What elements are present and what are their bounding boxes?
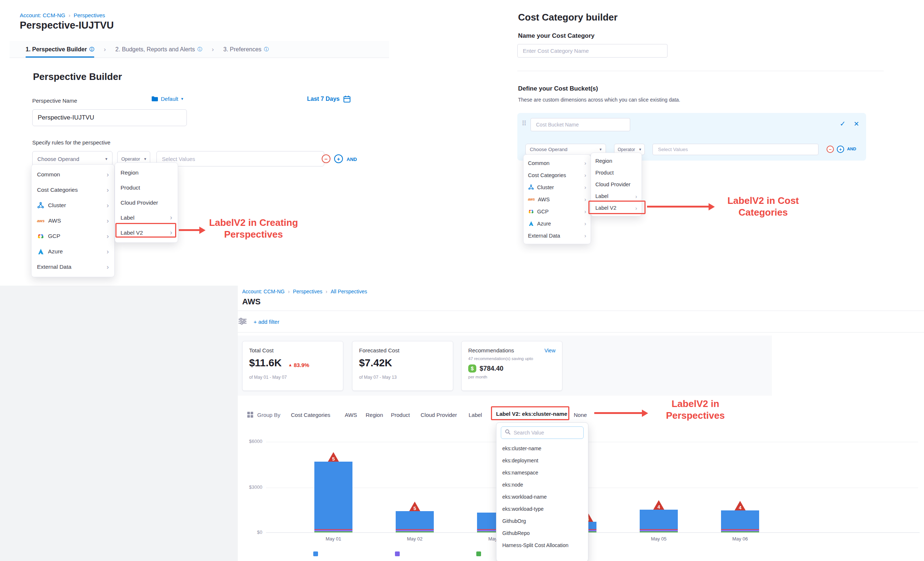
menu-item-gcp[interactable]: GCP› [524, 205, 591, 217]
groupby-cost-categories[interactable]: Cost Categories [291, 412, 330, 418]
remove-bucket-rule-button[interactable]: − [826, 146, 834, 153]
groupby-product[interactable]: Product [391, 412, 410, 418]
submenu-item-label[interactable]: Label› [591, 190, 642, 202]
tab-budgets-reports-alerts[interactable]: 2. Budgets, Reports and Alerts ⓘ [116, 41, 202, 57]
submenu-item-product[interactable]: Product [591, 167, 642, 179]
tab-label: 3. Preferences [224, 46, 262, 53]
money-icon: $ [468, 364, 476, 373]
menu-item-cost-categories[interactable]: Cost Categories› [524, 169, 591, 181]
chart-bar-may-06[interactable] [721, 510, 759, 532]
card-period: of May 07 - May 13 [359, 375, 446, 380]
tab-perspective-builder[interactable]: 1. Perspective Builder ⓘ [26, 41, 94, 57]
legend-swatch [313, 552, 318, 556]
add-filter-button[interactable]: + add filter [254, 319, 279, 325]
submenu-item-product[interactable]: Product [115, 180, 178, 195]
annotation-text-cost-categories: LabelV2 in Cost Categories [717, 195, 809, 218]
dropdown-item-eks-cluster-name[interactable]: eks:cluster-name [496, 442, 588, 455]
groupby-selected-label-v2[interactable]: Label V2: eks:cluster-name [496, 411, 567, 417]
add-bucket-rule-button[interactable]: + [837, 146, 844, 153]
submenu-item-cloud-provider[interactable]: Cloud Provider [591, 179, 642, 190]
menu-item-common[interactable]: Common› [32, 167, 114, 182]
menu-item-aws[interactable]: aws AWS› [524, 193, 591, 205]
dropdown-item-harness-split-cost-allocation[interactable]: Harness-Split Cost Allocation [496, 539, 588, 552]
dropdown-item-eks-namespace[interactable]: eks:namespace [496, 467, 588, 479]
menu-item-gcp[interactable]: GCP› [32, 229, 114, 244]
groupby-aws[interactable]: AWS [345, 412, 357, 418]
breadcrumb-perspectives-link[interactable]: Perspectives [293, 289, 322, 295]
dropdown-item-githubrepo[interactable]: GithubRepo [496, 527, 588, 539]
confirm-bucket-icon[interactable]: ✓ [840, 120, 846, 128]
menu-item-external-data[interactable]: External Data› [524, 230, 591, 242]
anomaly-marker[interactable]: 5 [328, 452, 339, 462]
breadcrumb-perspectives-link[interactable]: Perspectives [74, 12, 105, 18]
view-recommendations-link[interactable]: View [544, 347, 555, 353]
tab-preferences[interactable]: 3. Preferences ⓘ [224, 41, 269, 57]
breadcrumb-all-perspectives-link[interactable]: All Perspectives [330, 289, 367, 295]
menu-item-aws[interactable]: aws AWS› [32, 213, 114, 229]
chevron-right-icon: › [106, 202, 109, 209]
anomaly-marker[interactable]: 4 [653, 500, 664, 510]
submenu-item-cloud-provider[interactable]: Cloud Provider [115, 195, 178, 210]
dropdown-item-eks-deployment[interactable]: eks:deployment [496, 455, 588, 467]
menu-item-external-data[interactable]: External Data› [32, 259, 114, 275]
gridline-6000 [266, 442, 918, 442]
chevron-right-icon: › [106, 186, 109, 194]
operand-select-value: Choose Operand [530, 147, 567, 152]
savings-amount: $784.40 [480, 365, 503, 373]
menu-item-common[interactable]: Common› [524, 157, 591, 169]
groupby-cloud-provider[interactable]: Cloud Provider [421, 412, 457, 418]
recommendations-subtext: 47 recommendation(s) saving upto [468, 356, 555, 361]
aws-icon: aws [528, 197, 535, 201]
menu-item-cluster[interactable]: Cluster› [32, 198, 114, 213]
chart-bar-may-05[interactable] [640, 510, 678, 532]
dropdown-item-eks-workload-name[interactable]: eks:workload-name [496, 491, 588, 503]
breadcrumb-account-link[interactable]: Account: CCM-NG [242, 289, 285, 295]
drag-handle[interactable]: ⠿ [522, 120, 526, 128]
search-value-input[interactable] [514, 430, 580, 436]
chevron-right-icon: › [584, 196, 586, 202]
groupby-region[interactable]: Region [366, 412, 383, 418]
submenu-item-label-v2[interactable]: Label V2› [115, 225, 178, 240]
y-axis-tick: $6000 [227, 439, 262, 444]
menu-item-azure[interactable]: Azure› [32, 244, 114, 259]
date-range-picker[interactable]: Last 7 Days [307, 95, 351, 103]
remove-rule-button[interactable]: − [322, 154, 330, 163]
bucket-operand-menu: Common› Cost Categories› Cluster› aws AW… [523, 154, 591, 244]
anomaly-marker[interactable]: 4 [735, 501, 746, 510]
select-values-input[interactable] [156, 151, 324, 167]
chart-bar-may-02[interactable] [396, 511, 434, 532]
bucket-select-values-input[interactable] [652, 144, 819, 155]
annotation-text-perspectives: LabelV2 in Perspectives [655, 398, 736, 421]
breadcrumb-account-link[interactable]: Account: CCM-NG [20, 12, 65, 18]
dropdown-item-eks-node[interactable]: eks:node [496, 479, 588, 491]
dropdown-item-githuborg[interactable]: GithubOrg [496, 515, 588, 527]
add-rule-button[interactable]: + [334, 154, 343, 163]
folder-icon [152, 96, 158, 102]
submenu-item-label[interactable]: Label› [115, 210, 178, 225]
submenu-item-label-v2[interactable]: Label V2› [591, 202, 642, 214]
cost-category-name-input[interactable] [518, 44, 668, 57]
close-bucket-icon[interactable]: ✕ [854, 120, 859, 128]
chevron-down-icon: ▾ [105, 156, 107, 161]
submenu-item-region[interactable]: Region [115, 165, 178, 180]
group-by-label: Group By [257, 412, 280, 418]
anomaly-marker[interactable]: 5 [409, 502, 420, 511]
perspective-name-input[interactable] [32, 109, 187, 126]
menu-item-cost-categories[interactable]: Cost Categories› [32, 182, 114, 198]
menu-item-cluster[interactable]: Cluster› [524, 181, 591, 193]
submenu-item-region[interactable]: Region [591, 155, 642, 167]
filter-icon[interactable] [238, 317, 247, 326]
groupby-label[interactable]: Label [469, 412, 482, 418]
menu-item-azure[interactable]: Azure› [524, 217, 591, 230]
folder-selector[interactable]: Default ▾ [152, 96, 183, 102]
cost-bucket-name-input[interactable] [531, 118, 630, 131]
divider [238, 311, 924, 311]
info-icon: ⓘ [89, 46, 94, 53]
chevron-right-icon: › [635, 193, 637, 200]
legend-swatch [476, 552, 481, 556]
search-value-box[interactable] [501, 426, 584, 439]
azure-icon [528, 220, 534, 227]
chart-bar-may-01[interactable] [314, 462, 352, 532]
dropdown-item-eks-workload-type[interactable]: eks:workload-type [496, 503, 588, 515]
groupby-none[interactable]: None [574, 412, 587, 418]
